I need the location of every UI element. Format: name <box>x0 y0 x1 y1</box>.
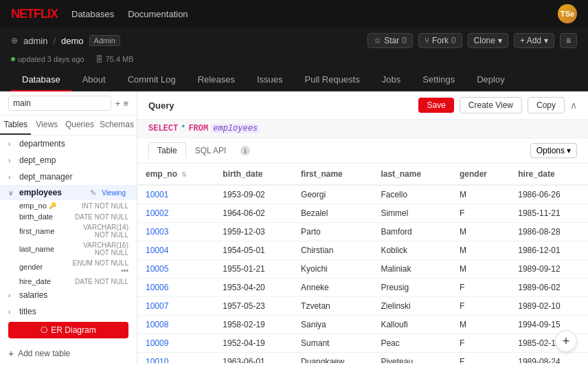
globe-icon: ⊕ <box>11 36 18 45</box>
er-icon: ⎔ <box>41 325 47 335</box>
col-type-emp-no: INT NOT NULL <box>70 202 128 210</box>
add-button[interactable]: + Add ▾ <box>514 33 554 48</box>
cell-hire_date: 1989-08-24 <box>510 353 588 364</box>
branch-select[interactable]: main <box>8 96 111 111</box>
edit-icon[interactable]: ✎ <box>109 291 115 300</box>
nav-databases[interactable]: Databases <box>71 9 114 19</box>
nav-documentation[interactable]: Documentation <box>128 9 188 19</box>
obj-tab-tables[interactable]: Tables <box>0 116 31 135</box>
tree-item-salaries[interactable]: › salaries ✎ ● <box>0 287 137 303</box>
edit-icon[interactable]: ✎ <box>109 140 115 149</box>
star-button[interactable]: ☆ Star 0 <box>368 33 413 48</box>
obj-tab-schemas[interactable]: Schemas <box>97 116 137 135</box>
fork-button[interactable]: ⑂ Fork 0 <box>418 33 462 48</box>
table-row: 100101963-06-01DuangkaewPiveteauF1989-08… <box>137 353 588 364</box>
col-name-emp-no: emp_no 🔑 <box>19 202 67 210</box>
tab-database[interactable]: Database <box>11 69 71 91</box>
menu-button[interactable]: ≡ <box>560 33 577 48</box>
more-icon[interactable]: ● <box>117 138 128 149</box>
edit-icon[interactable]: ✎ <box>109 307 115 316</box>
cell-emp_no[interactable]: 10005 <box>137 260 214 279</box>
cell-hire_date: 1986-12-01 <box>510 241 588 260</box>
cell-gender: M <box>451 316 510 334</box>
tab-pull-requests[interactable]: Pull Requests <box>294 69 371 91</box>
avatar[interactable]: TSe <box>558 4 577 23</box>
tab-about[interactable]: About <box>71 69 117 91</box>
star-icon: ☆ <box>374 36 381 45</box>
branch-menu-icon[interactable]: ≡ <box>123 98 128 109</box>
th-birth-date[interactable]: birth_date <box>214 164 293 185</box>
add-fab-button[interactable]: + <box>555 330 577 352</box>
top-nav: NETFLIX Databases Documentation TSe <box>0 0 588 28</box>
more-icon[interactable]: ● <box>117 290 128 301</box>
col-hire-date: hire_date DATE NOT NULL <box>0 276 137 287</box>
collapse-button[interactable]: ∧ <box>570 100 577 111</box>
cell-last_name: Koblick <box>372 241 451 260</box>
copy-button[interactable]: Copy <box>528 97 565 113</box>
tab-settings[interactable]: Settings <box>411 69 466 91</box>
th-last-name[interactable]: last_name <box>372 164 451 185</box>
options-button[interactable]: Options ▾ <box>530 143 577 158</box>
cell-last_name: Simmel <box>372 204 451 223</box>
create-view-button[interactable]: Create View <box>460 97 522 113</box>
more-icon[interactable]: ● <box>117 155 128 166</box>
breadcrumb-admin[interactable]: admin <box>23 36 47 46</box>
plus-icon: + <box>8 348 14 359</box>
clone-button[interactable]: Clone ▾ <box>468 33 508 48</box>
cell-first_name: Parto <box>293 223 372 241</box>
save-button[interactable]: Save <box>418 98 453 113</box>
tab-deploy[interactable]: Deploy <box>466 69 515 91</box>
cell-emp_no[interactable]: 10009 <box>137 334 214 353</box>
tree-item-dept-emp[interactable]: › dept_emp ✎ ● <box>0 152 137 168</box>
branch-add-icon[interactable]: + <box>115 98 121 109</box>
cell-first_name: Anneke <box>293 279 372 297</box>
cell-emp_no[interactable]: 10001 <box>137 185 214 204</box>
edit-icon[interactable]: ✎ <box>109 156 115 165</box>
th-gender[interactable]: gender <box>451 164 510 185</box>
tree-item-departments[interactable]: › departments ✎ ● <box>0 135 137 152</box>
er-diagram-button[interactable]: ⎔ ER Diagram <box>8 322 128 338</box>
table-tree: › departments ✎ ● › dept_emp ✎ ● › dept_ <box>0 135 137 316</box>
cell-emp_no[interactable]: 10007 <box>137 297 214 316</box>
obj-tab-views[interactable]: Views <box>31 116 62 135</box>
table-dept-emp-label: dept_emp <box>19 155 106 165</box>
cell-gender: F <box>451 279 510 297</box>
edit-icon[interactable]: ✎ <box>109 173 115 182</box>
add-table-button[interactable]: + Add new table <box>0 344 137 363</box>
cell-emp_no[interactable]: 10002 <box>137 204 214 223</box>
tree-item-dept-manager[interactable]: › dept_manager ✎ ● <box>0 168 137 185</box>
tab-jobs[interactable]: Jobs <box>371 69 411 91</box>
col-type-hire-date: DATE NOT NULL <box>70 278 128 285</box>
tree-item-employees[interactable]: ∨ employees ✎ Viewing <box>0 185 137 200</box>
cell-emp_no[interactable]: 10006 <box>137 279 214 297</box>
sql-line[interactable]: SELECT * FROM employees <box>137 120 588 138</box>
more-icon[interactable]: ● <box>117 171 128 182</box>
menu-icon: ≡ <box>566 36 571 45</box>
tab-releases[interactable]: Releases <box>187 69 246 91</box>
table-dept-manager-label: dept_manager <box>19 172 106 182</box>
breadcrumb-demo[interactable]: demo <box>61 36 84 46</box>
cell-emp_no[interactable]: 10004 <box>137 241 214 260</box>
th-hire-date[interactable]: hire_date <box>510 164 588 185</box>
chevron-right-icon: › <box>8 308 16 316</box>
sub-tab-table[interactable]: Table <box>148 142 186 159</box>
cell-last_name: Piveteau <box>372 353 451 364</box>
th-first-name[interactable]: first_name <box>293 164 372 185</box>
more-icon[interactable]: ● <box>117 306 128 316</box>
th-emp-no[interactable]: emp_no ⇅ <box>137 164 214 185</box>
obj-tab-queries[interactable]: Queries <box>63 116 97 135</box>
sub-tab-sql-api[interactable]: SQL API <box>186 142 236 159</box>
star-count: 0 <box>402 36 407 45</box>
tab-commit-log[interactable]: Commit Log <box>117 69 187 91</box>
cell-emp_no[interactable]: 10003 <box>137 223 214 241</box>
tab-issues[interactable]: Issues <box>246 69 294 91</box>
database-icon: 🗄 <box>95 55 103 63</box>
main-layout: main + ≡ Tables Views Queries Schemas › … <box>0 91 588 363</box>
edit-icon[interactable]: ✎ <box>90 188 96 197</box>
breadcrumb-separator: / <box>53 36 56 46</box>
cell-hire_date: 1985-11-21 <box>510 204 588 223</box>
cell-emp_no[interactable]: 10010 <box>137 353 214 364</box>
cell-gender: M <box>451 260 510 279</box>
cell-emp_no[interactable]: 10008 <box>137 316 214 334</box>
tree-item-titles[interactable]: › titles ✎ ● <box>0 303 137 316</box>
